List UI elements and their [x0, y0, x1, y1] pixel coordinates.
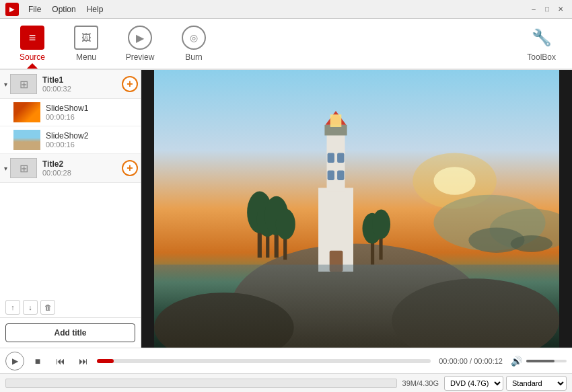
svg-point-29 [372, 210, 390, 239]
svg-rect-32 [154, 265, 559, 348]
slideshow1-thumb [13, 102, 40, 122]
burn-label: Burn [185, 52, 202, 62]
title-bar-left: File Option Help [5, 3, 108, 16]
sidebar-list: ▾ Title1 00:00:32 + [0, 70, 141, 184]
title2-name: Title2 [42, 159, 119, 169]
preview-svg [154, 70, 559, 348]
preview-icon: ▶ [128, 26, 152, 50]
toolbox-label: ToolBox [527, 52, 556, 62]
minimize-button[interactable]: – [528, 3, 540, 15]
delete-button[interactable]: 🗑 [40, 300, 55, 315]
menu-label: Menu [76, 52, 96, 62]
slideshow2-row[interactable]: SlideShow2 00:00:16 [0, 126, 141, 154]
title1-thumb [10, 74, 37, 94]
status-bar: 39M/4.30G DVD (4.7G) DVD (8.5G) BD (25G)… [0, 373, 572, 392]
add-slideshow-2-button[interactable]: + [122, 160, 138, 176]
svg-point-31 [510, 235, 552, 252]
svg-rect-14 [337, 153, 344, 163]
controls-bar: ▶ ■ ⏮ ⏭ 00:00:00 / 00:00:12 🔊 [0, 348, 572, 373]
menu-option[interactable]: Option [46, 3, 81, 15]
title2-row[interactable]: ▾ Title2 00:00:28 + [0, 154, 141, 183]
toolbar-menu[interactable]: 🖼 Menu [59, 19, 113, 69]
preview-area [141, 70, 572, 348]
sidebar-empty-space [0, 184, 141, 297]
disc-type-select[interactable]: DVD (4.7G) DVD (8.5G) BD (25G) [444, 376, 503, 391]
menu-help[interactable]: Help [81, 3, 109, 15]
menu-bar: File Option Help [23, 3, 108, 15]
sidebar-controls: ↑ ↓ 🗑 [0, 297, 141, 317]
toolbar-spacer [221, 19, 516, 69]
collapse-arrow-2[interactable]: ▾ [4, 165, 7, 172]
prev-button[interactable]: ⏮ [51, 352, 70, 370]
toolbar-toolbox[interactable]: 🔧 ToolBox [516, 19, 567, 69]
title1-name: Title1 [42, 75, 119, 85]
toolbar-burn[interactable]: ◎ Burn [167, 19, 221, 69]
title-bar: File Option Help – □ ✕ [0, 0, 572, 19]
slideshow1-row[interactable]: SlideShow1 00:00:16 [0, 99, 141, 126]
maximize-button[interactable]: □ [541, 3, 553, 15]
status-size: 39M/4.30G [402, 379, 439, 387]
svg-rect-12 [330, 114, 342, 127]
menu-file[interactable]: File [23, 3, 46, 15]
quality-select[interactable]: Standard High Quality Custom [506, 376, 567, 391]
toolbar: Source 🖼 Menu ▶ Preview ◎ Burn 🔧 ToolBox [0, 19, 572, 70]
title2-time: 00:00:28 [42, 169, 119, 177]
svg-rect-15 [327, 170, 334, 180]
svg-point-25 [276, 209, 295, 240]
time-total: 00:00:12 [474, 357, 503, 365]
content-area: ▾ Title1 00:00:32 + [0, 70, 572, 348]
collapse-arrow-1[interactable]: ▾ [4, 81, 7, 88]
toolbar-source[interactable]: Source [5, 19, 59, 69]
slideshow1-time: 00:00:16 [46, 113, 137, 121]
slideshow2-info: SlideShow2 00:00:16 [46, 131, 137, 149]
sidebar: ▾ Title1 00:00:32 + [0, 70, 141, 348]
slideshow2-thumb [13, 130, 40, 150]
next-button[interactable]: ⏭ [74, 352, 93, 370]
play-button[interactable]: ▶ [5, 352, 24, 370]
stop-button[interactable]: ■ [28, 352, 47, 370]
title1-thumb-icon [11, 75, 36, 93]
title2-thumb [10, 158, 37, 178]
menu-icon: 🖼 [74, 26, 98, 50]
svg-rect-16 [337, 170, 344, 180]
time-display: 00:00:00 / 00:00:12 [439, 357, 503, 365]
svg-rect-13 [327, 153, 334, 163]
add-slideshow-1-button[interactable]: + [122, 76, 138, 92]
svg-point-2 [433, 167, 475, 195]
volume-slider[interactable] [526, 360, 567, 362]
move-down-button[interactable]: ↓ [23, 300, 38, 315]
app-body: Source 🖼 Menu ▶ Preview ◎ Burn 🔧 ToolBox [0, 19, 572, 392]
slideshow2-time: 00:00:16 [46, 141, 137, 149]
title2-info: Title2 00:00:28 [42, 159, 119, 177]
window-controls: – □ ✕ [528, 3, 567, 15]
status-progress-bar [5, 379, 397, 388]
title-group-1: ▾ Title1 00:00:32 + [0, 70, 141, 154]
title-group-2: ▾ Title2 00:00:28 + [0, 154, 141, 184]
move-up-button[interactable]: ↑ [5, 300, 20, 315]
slideshow1-name: SlideShow1 [46, 104, 137, 113]
toolbar-preview[interactable]: ▶ Preview [113, 19, 167, 69]
close-button[interactable]: ✕ [555, 3, 567, 15]
title1-row[interactable]: ▾ Title1 00:00:32 + [0, 70, 141, 99]
burn-icon: ◎ [182, 26, 206, 50]
preview-label: Preview [126, 52, 155, 62]
source-icon [20, 26, 44, 50]
video-preview [154, 70, 559, 348]
add-title-button[interactable]: Add title [5, 323, 135, 342]
sidebar-bottom: Add title [0, 317, 141, 348]
progress-bar[interactable] [97, 359, 431, 363]
source-label: Source [20, 52, 45, 62]
toolbox-icon: 🔧 [530, 26, 554, 50]
volume-icon[interactable]: 🔊 [511, 356, 522, 366]
title2-thumb-icon [11, 159, 36, 178]
volume-fill [526, 360, 555, 362]
app-logo [5, 3, 19, 16]
title1-time: 00:00:32 [42, 85, 119, 93]
progress-fill [97, 359, 114, 363]
title1-info: Title1 00:00:32 [42, 75, 119, 93]
time-current: 00:00:00 [439, 357, 468, 365]
time-separator: / [468, 357, 474, 365]
slideshow2-name: SlideShow2 [46, 131, 137, 141]
slideshow1-info: SlideShow1 00:00:16 [46, 104, 137, 121]
